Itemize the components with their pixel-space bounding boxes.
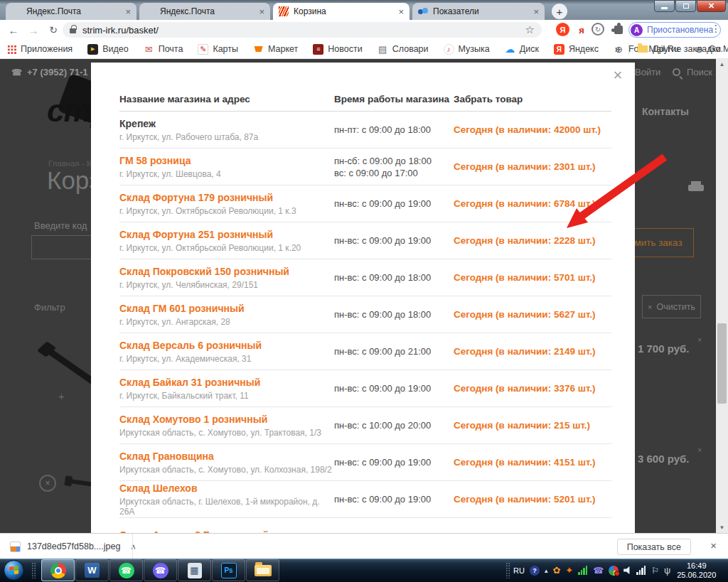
close-window-button[interactable]: ✕ — [697, 0, 726, 12]
bookmark-item[interactable]: ≡ Новости — [313, 44, 362, 55]
store-row[interactable]: Склад Байкал 31 розничный г. Иркутск, Ба… — [119, 370, 611, 407]
modal-close-button[interactable]: × — [609, 67, 626, 84]
store-row[interactable]: Склад Фортуна 251 розничный г. Иркутск, … — [119, 222, 611, 259]
bookmarks-overflow-button[interactable]: » — [614, 43, 620, 55]
profile-chip[interactable]: A Приостановлена — [628, 22, 721, 38]
browser-tab[interactable]: Яндекс.Почта × — [139, 3, 270, 20]
store-hours: пн-вс: с 09:00 до 18:00 — [334, 271, 454, 284]
store-name[interactable]: Склад Фортуна 251 розничный — [119, 229, 334, 240]
store-row[interactable]: Склад Фортуна 179 розничный г. Иркутск, … — [119, 185, 611, 222]
bookmark-item[interactable]: ☁ Диск — [505, 44, 539, 55]
taskbar-button-viber[interactable]: ☎ — [144, 559, 177, 581]
download-item[interactable]: 137d8ed57fd58b....jpeg ∧ — [10, 537, 136, 556]
forward-button[interactable]: → — [26, 22, 41, 38]
store-name[interactable]: ГМ 58 розница — [119, 155, 334, 166]
help-icon[interactable]: ? — [530, 566, 540, 576]
store-row[interactable]: ГМ 58 розница г. Иркутск, ул. Шевцова, 4… — [119, 149, 611, 185]
store-name[interactable]: Крепеж — [119, 118, 334, 129]
store-name[interactable]: Склад ГМ 601 розничный — [119, 303, 334, 314]
store-row[interactable]: Склад Ангарск 8 Б розничный — [119, 518, 611, 533]
tray-flower-icon[interactable]: ✿ — [552, 565, 560, 576]
bookmark-star-icon[interactable]: ☆ — [525, 23, 535, 36]
bookmark-item[interactable]: ▤ Словари — [378, 44, 429, 55]
other-bookmarks-button[interactable]: Другие закладки — [653, 44, 721, 54]
action-center-flag-icon[interactable]: ⚐ — [651, 566, 659, 576]
store-row[interactable]: Склад ГМ 601 розничный г. Иркутск, ул. А… — [119, 296, 611, 333]
show-hidden-icons-chevron[interactable]: ▴ — [545, 567, 548, 574]
store-name[interactable]: Склад Хомутово 1 розничный — [119, 414, 334, 425]
page-scrollbar[interactable]: ▲ ▼ — [716, 59, 728, 533]
store-name[interactable]: Склад Шелехов — [119, 483, 334, 494]
taskbar-button-chrome[interactable] — [41, 559, 75, 581]
store-name[interactable]: Склад Байкал 31 розничный — [119, 377, 334, 388]
yandex-extension-icon[interactable]: Я — [556, 23, 569, 36]
minimize-button[interactable] — [654, 0, 675, 12]
antivirus-icon[interactable]: ✦ — [565, 565, 573, 576]
store-name[interactable]: Склад Ангарск 8 Б розничный — [119, 529, 334, 534]
scroll-down-icon[interactable]: ▼ — [716, 522, 728, 533]
extensions-puzzle-icon[interactable] — [611, 23, 626, 37]
store-name[interactable]: Склад Версаль 6 розничный — [119, 340, 334, 351]
remove-item-icon[interactable]: × — [697, 446, 702, 454]
tab-close-icon[interactable]: × — [398, 6, 404, 17]
tab-close-icon[interactable]: × — [533, 6, 539, 17]
language-indicator[interactable]: RU — [513, 566, 525, 575]
site-search[interactable]: Поиск — [673, 67, 712, 77]
cellular-signal-icon[interactable] — [636, 566, 646, 575]
print-icon[interactable] — [688, 181, 704, 194]
tab-close-icon[interactable]: × — [125, 6, 131, 17]
taskbar-button-word[interactable]: W — [75, 559, 109, 581]
new-tab-button[interactable]: + — [552, 4, 567, 19]
start-button[interactable] — [4, 560, 24, 581]
bookmark-item[interactable]: Приложения — [7, 44, 73, 54]
store-row[interactable]: Склад Хомутово 1 розничный Иркутская обл… — [119, 407, 611, 444]
browser-menu-button[interactable]: ⋮ — [711, 23, 721, 34]
chevron-up-icon[interactable]: ∧ — [130, 542, 136, 551]
clear-filter-button[interactable]: ×Очистить — [642, 295, 701, 318]
taskbar-button-whatsapp[interactable]: ☎ — [109, 559, 143, 581]
store-row[interactable]: Крепеж г. Иркутск, ул. Рабочего штаба, 8… — [119, 112, 611, 149]
browser-tab[interactable]: Корзина × — [273, 3, 410, 20]
viber-tray-icon[interactable]: ☎ — [593, 566, 604, 576]
restore-button[interactable] — [675, 0, 696, 12]
scroll-up-icon[interactable]: ▲ — [716, 59, 728, 70]
bookmark-item[interactable]: ✎ Карты — [198, 44, 238, 55]
login-link[interactable]: Войти — [635, 67, 660, 77]
browser-update-tray-icon[interactable] — [609, 566, 619, 576]
remove-item-icon[interactable]: × — [697, 335, 702, 344]
store-row[interactable]: Склад Версаль 6 розничный г. Иркутск, ул… — [119, 333, 611, 370]
browser-tab[interactable]: Показатели × — [412, 3, 545, 20]
bookmark-item[interactable]: ✉ Почта — [144, 44, 183, 55]
store-name[interactable]: Склад Покровский 150 розничный — [119, 266, 334, 277]
promo-code-input[interactable] — [31, 235, 94, 259]
store-name[interactable]: Склад Фортуна 179 розничный — [119, 192, 334, 203]
back-button[interactable]: ← — [6, 22, 21, 38]
taskbar-button-calculator[interactable]: ▦ — [178, 559, 211, 581]
scrollbar-thumb[interactable] — [717, 323, 727, 404]
reload-button[interactable]: ↻ — [46, 22, 61, 38]
bookmark-item[interactable]: ▶ Видео — [87, 44, 129, 55]
store-row[interactable]: Склад Покровский 150 розничный г. Иркутс… — [119, 259, 611, 296]
store-name[interactable]: Склад Грановщина — [119, 451, 334, 462]
bookmark-item[interactable]: Маркет — [253, 44, 298, 55]
taskbar-button-explorer[interactable] — [246, 559, 279, 581]
delete-item-icon[interactable]: × — [39, 475, 56, 492]
address-bar[interactable]: strim-irk.ru/basket/ ☆ — [63, 22, 542, 38]
sync-extension-icon[interactable]: ↻ — [592, 23, 604, 36]
usb-device-icon[interactable]: ψ — [664, 565, 670, 576]
store-row[interactable]: Склад Шелехов Иркутская область, г. Шеле… — [119, 481, 611, 518]
nav-contacts[interactable]: Контакты — [642, 106, 689, 117]
tab-close-icon[interactable]: × — [259, 6, 264, 17]
url-text[interactable]: strim-irk.ru/basket/ — [82, 25, 525, 36]
volume-icon[interactable] — [623, 566, 631, 574]
browser-tab[interactable]: Яндекс.Почта × — [6, 3, 136, 20]
bookmark-item[interactable]: Я Яндекс — [554, 44, 599, 55]
wifi-signal-icon[interactable] — [578, 566, 588, 575]
yandex-small-extension-icon[interactable]: я — [574, 23, 589, 37]
taskbar-button-photoshop[interactable]: Ps — [212, 559, 245, 581]
close-downloads-bar-button[interactable]: × — [710, 539, 717, 551]
bookmark-item[interactable]: ♪ Музыка — [444, 44, 490, 55]
store-row[interactable]: Склад Грановщина Иркутская область, с. Х… — [119, 444, 611, 481]
show-all-downloads-button[interactable]: Показать все — [617, 539, 691, 555]
taskbar-clock[interactable]: 16:49 25.06.2020 — [677, 561, 716, 580]
